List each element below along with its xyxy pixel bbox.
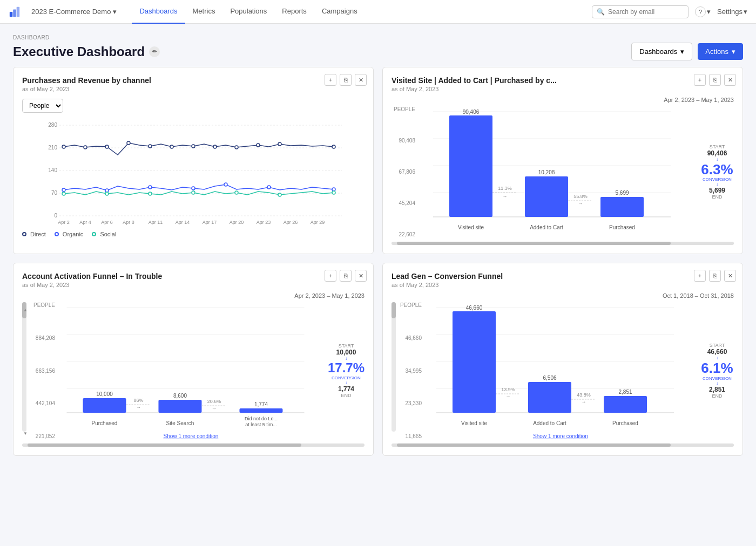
funnel2-delete-btn[interactable]: ✕ (355, 270, 367, 282)
nav-populations[interactable]: Populations (222, 0, 274, 24)
funnel1-card: Visited Site | Added to Cart | Purchased… (382, 67, 743, 254)
svg-point-13 (62, 145, 65, 148)
nav-dashboards[interactable]: Dashboards (132, 0, 185, 24)
svg-text:10,208: 10,208 (538, 169, 555, 175)
svg-point-36 (235, 191, 238, 194)
svg-text:at least 5 tim...: at least 5 tim... (245, 422, 277, 427)
svg-text:→: → (582, 399, 586, 405)
funnel3-scrollbar[interactable] (392, 443, 734, 447)
purchases-copy-btn[interactable]: ⎘ (340, 74, 352, 86)
funnel3-bars-area: 46,660 Visited site 13.9% → 6,506 Added … (425, 302, 696, 439)
svg-text:→: → (503, 194, 508, 199)
breadcrumb: DASHBOARD (13, 35, 743, 40)
settings-button[interactable]: Settings ▾ (717, 8, 747, 16)
search-input[interactable] (608, 8, 684, 16)
funnel2-copy-btn[interactable]: ⎘ (340, 270, 352, 282)
purchases-add-btn[interactable]: + (325, 74, 336, 86)
svg-point-37 (278, 193, 281, 196)
svg-text:→: → (212, 406, 217, 411)
svg-text:Apr 17: Apr 17 (202, 220, 217, 225)
funnel3-show-more[interactable]: Show 1 more condition (425, 433, 696, 439)
funnel1-delete-btn[interactable]: ✕ (724, 74, 736, 86)
funnel2-scrollbar[interactable] (22, 443, 364, 447)
svg-point-21 (235, 146, 238, 149)
edit-title-button[interactable]: ✏ (149, 46, 160, 57)
funnel1-copy-btn[interactable]: ⎘ (709, 74, 721, 86)
svg-point-27 (148, 186, 152, 189)
funnel3-delete-btn[interactable]: ✕ (724, 270, 736, 282)
svg-rect-68 (600, 197, 644, 217)
funnel2-toolbar: + ⎘ ✕ (325, 270, 367, 282)
funnel3-vscroll[interactable] (392, 302, 396, 432)
svg-point-18 (170, 145, 173, 148)
svg-text:Apr 2: Apr 2 (58, 220, 70, 225)
f1-start-label: START (710, 144, 725, 149)
help-button[interactable]: ? ▾ (695, 6, 711, 17)
funnel2-stats: START 10,000 ↓ 17.7% CONVERSION ↓ 1,774 … (323, 302, 364, 439)
demo-selector[interactable]: 2023 E-Commerce Demo ▾ (31, 8, 117, 16)
funnel2-add-btn[interactable]: + (325, 270, 336, 282)
nav-metrics[interactable]: Metrics (185, 0, 223, 24)
topnav: 2023 E-Commerce Demo ▾ Dashboards Metric… (0, 0, 756, 24)
funnel3-date: as of May 2, 2023 (392, 282, 734, 288)
funnel3-title: Lead Gen – Conversion Funnel (392, 272, 734, 281)
funnel2-show-more[interactable]: Show 1 more condition (58, 433, 323, 439)
svg-text:Apr 6: Apr 6 (101, 220, 113, 225)
svg-point-31 (332, 188, 335, 191)
nav-reports[interactable]: Reports (274, 0, 314, 24)
svg-point-19 (192, 145, 195, 148)
funnel1-toolbar: + ⎘ ✕ (694, 74, 736, 86)
funnel3-add-btn[interactable]: + (694, 270, 706, 282)
nav-right: 🔍 ? ▾ Settings ▾ (592, 5, 747, 18)
legend-direct: Direct (22, 231, 46, 237)
funnel2-scroll-up[interactable]: ▲ (23, 308, 28, 312)
funnel2-card: Account Activation Funnel – In Trouble a… (13, 263, 374, 456)
dashboards-button[interactable]: Dashboards ▾ (631, 43, 692, 60)
funnel2-vscroll[interactable] (22, 302, 26, 432)
svg-point-17 (148, 145, 152, 148)
header-actions: Dashboards ▾ Actions ▾ (631, 43, 743, 60)
f1-conversion: 6.3% (701, 162, 733, 178)
people-dropdown[interactable]: People (22, 99, 63, 113)
svg-text:43.8%: 43.8% (577, 392, 591, 398)
funnel1-stats: START 90,406 ↓ 6.3% CONVERSION ↓ 5,699 E… (696, 106, 734, 237)
svg-text:210: 210 (48, 145, 57, 151)
nav-links: Dashboards Metrics Populations Reports C… (132, 0, 364, 24)
funnel1-add-btn[interactable]: + (694, 74, 706, 86)
svg-text:Purchased: Purchased (609, 224, 635, 230)
svg-text:Added to Cart: Added to Cart (530, 224, 563, 230)
funnel2-scroll-down[interactable]: ▼ (23, 431, 28, 436)
svg-text:55.8%: 55.8% (573, 194, 588, 199)
svg-rect-103 (528, 382, 571, 413)
svg-point-25 (62, 188, 65, 192)
chart-legend: Direct Organic Social (22, 231, 364, 237)
nav-campaigns[interactable]: Campaigns (314, 0, 365, 24)
funnel1-title: Visited Site | Added to Cart | Purchased… (392, 76, 734, 85)
svg-text:280: 280 (48, 122, 57, 128)
funnel1-svg: 90,406 Visited site 11.3% → 10,208 Added… (418, 106, 696, 236)
search-box[interactable]: 🔍 (592, 5, 688, 18)
svg-point-24 (332, 145, 335, 148)
svg-text:Apr 8: Apr 8 (123, 220, 134, 225)
actions-button[interactable]: Actions ▾ (698, 43, 743, 60)
search-icon: 🔍 (597, 8, 605, 16)
svg-text:13.9%: 13.9% (501, 387, 515, 392)
svg-text:Site Search: Site Search (166, 420, 194, 426)
funnel2-date: as of May 2, 2023 (22, 282, 364, 288)
funnel2-bars-area: 10,000 Purchased 86% → 8,600 Site Search (58, 302, 323, 439)
svg-text:Apr 23: Apr 23 (256, 220, 271, 225)
funnel3-area: Oct 1, 2018 – Oct 31, 2018 PEOPLE 46,660… (392, 292, 734, 447)
svg-rect-62 (525, 176, 568, 217)
purchases-toolbar: + ⎘ ✕ (325, 74, 367, 86)
funnel1-area: Apr 2, 2023 – May 1, 2023 PEOPLE 90,408 … (392, 97, 734, 245)
funnel1-scrollbar[interactable] (392, 242, 734, 245)
funnel2-layout: PEOPLE 884,208 663,156 442,104 221,052 (22, 302, 364, 439)
f1-start-val: 90,406 (707, 149, 727, 157)
funnel3-copy-btn[interactable]: ⎘ (709, 270, 721, 282)
title-row: Executive Dashboard ✏ Dashboards ▾ Actio… (13, 43, 743, 60)
purchases-delete-btn[interactable]: ✕ (355, 74, 367, 86)
legend-organic: Organic (55, 231, 84, 237)
app-logo[interactable] (9, 6, 21, 18)
svg-text:2,851: 2,851 (618, 389, 632, 395)
svg-point-35 (192, 191, 195, 194)
